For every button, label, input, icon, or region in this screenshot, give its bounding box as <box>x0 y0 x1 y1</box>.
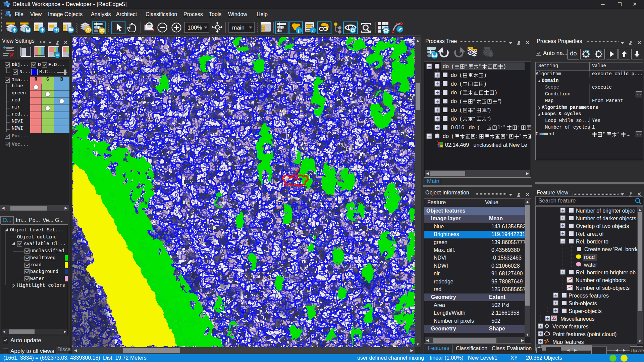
svg-text:”: ” <box>479 63 481 69</box>
svg-text:do (: do ( <box>451 81 462 87</box>
svg-text:Number of neighbors: Number of neighbors <box>576 277 626 283</box>
svg-text:1: “: 1: “ <box>497 125 505 130</box>
svg-text:Super-objects: Super-objects <box>569 308 602 314</box>
svg-text:Miscellaneous: Miscellaneous <box>560 316 594 322</box>
svg-text:0.016 do (: 0.016 do ( <box>451 125 480 130</box>
svg-text:Rel. border to brighter ob: Rel. border to brighter ob <box>576 270 636 275</box>
svg-text:Sub-objects: Sub-objects <box>569 301 597 306</box>
svg-text:do (: do ( <box>451 90 462 95</box>
svg-text:”: ” <box>520 133 521 139</box>
svg-text::: : <box>476 133 477 139</box>
svg-text:road: road <box>584 254 595 260</box>
svg-text:do (: do ( <box>451 107 462 113</box>
svg-text:Rel. area of: Rel. area of <box>576 231 604 237</box>
svg-text:do (: do ( <box>451 72 462 78</box>
svg-text:”): ”) <box>487 107 491 112</box>
svg-text:02:14.469 unclassified at Ne: 02:14.469 unclassified at New Le <box>445 142 527 148</box>
svg-text:Overlap of two objects: Overlap of two objects <box>576 223 629 229</box>
svg-text:Map features: Map features <box>552 339 584 344</box>
svg-text:): ) <box>495 90 497 95</box>
svg-text:Number of brighter objec: Number of brighter objec <box>576 208 635 214</box>
svg-text:“: “ <box>473 116 475 121</box>
svg-text:Number of darker objects: Number of darker objects <box>576 216 636 221</box>
svg-text:Point features (point cloud): Point features (point cloud) <box>552 331 616 337</box>
svg-text:do (: do ( <box>451 98 462 104</box>
svg-text:Create new 'Rel. borde: Create new 'Rel. borde <box>584 246 637 252</box>
svg-text:): ) <box>484 72 486 78</box>
svg-text:i: i <box>312 28 314 33</box>
svg-text:“: “ <box>506 133 507 139</box>
svg-text:”): ”) <box>498 98 501 104</box>
svg-text:“: “ <box>473 107 475 112</box>
svg-text:“: “ <box>465 63 467 69</box>
svg-text:do (: do ( <box>451 116 462 122</box>
svg-text:do (: do ( <box>443 133 454 139</box>
svg-text:water: water <box>584 262 597 268</box>
svg-text:...: ... <box>627 131 631 137</box>
svg-text:Rel. border to: Rel. border to <box>576 239 608 244</box>
svg-text:”: ” <box>518 124 519 130</box>
svg-text:): ) <box>484 81 486 87</box>
svg-text:main: main <box>232 25 245 31</box>
svg-text:“: “ <box>473 98 475 104</box>
svg-text:main: main <box>395 339 407 345</box>
svg-text:”: ” <box>603 131 605 137</box>
svg-text:“: “ <box>618 131 619 137</box>
svg-text:do (: do ( <box>443 63 454 69</box>
svg-text:): ) <box>504 63 505 69</box>
svg-text:100%: 100% <box>187 25 202 31</box>
svg-text:Process features: Process features <box>569 293 609 299</box>
svg-text:Vector features: Vector features <box>552 324 589 329</box>
svg-text:”): ”) <box>487 116 491 121</box>
svg-text:Number of sub-objects: Number of sub-objects <box>576 285 630 291</box>
